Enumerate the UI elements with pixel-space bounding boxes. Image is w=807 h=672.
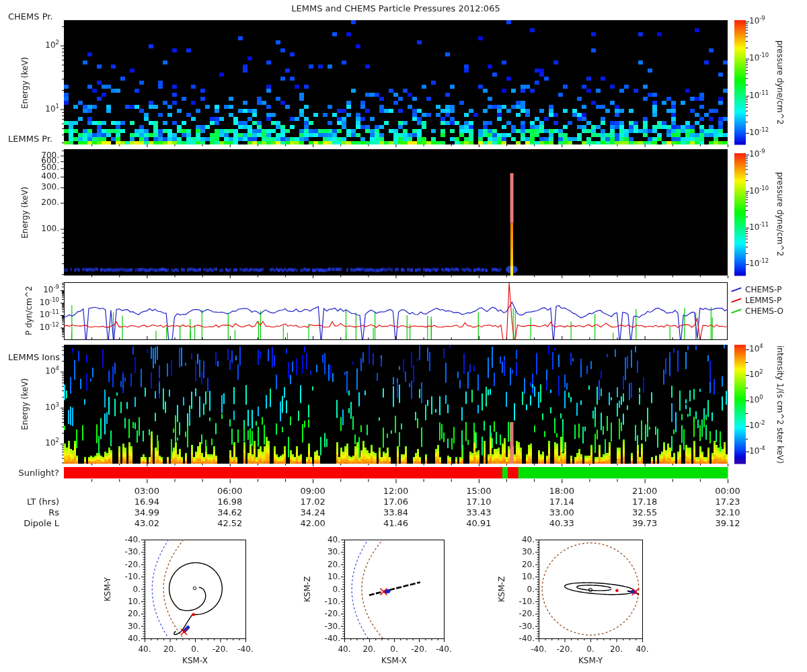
orbit-x-tick-label: 40. bbox=[331, 644, 358, 654]
colorbar-unit-ions: intensity 1/(s cm^2 ster keV) bbox=[775, 345, 785, 464]
orbit-y-tick-label: -20. bbox=[512, 609, 535, 618]
ephemeris-value: 17.18 bbox=[623, 497, 666, 507]
orbit-y-tick-label: 20. bbox=[512, 560, 535, 569]
colorbar-tick-label: 10-10 bbox=[749, 53, 769, 62]
ephemeris-value: 17.23 bbox=[706, 497, 749, 507]
orbit-y-tick-label: 0. bbox=[118, 585, 141, 594]
energy-tick-label: 104 bbox=[30, 366, 59, 376]
energy-tick-label: 103 bbox=[30, 403, 59, 412]
orbit-y-tick-label: 30. bbox=[317, 547, 340, 556]
chems-energy-axis-label: Energy (keV) bbox=[20, 48, 30, 117]
ephemeris-value: 42.00 bbox=[291, 519, 334, 528]
colorbar-tick-label: 10-10 bbox=[749, 186, 769, 196]
orbit-y-tick-label: -40. bbox=[512, 634, 535, 643]
time-tick-label: 12:00 bbox=[375, 487, 418, 496]
energy-tick-label: 100. bbox=[30, 224, 59, 233]
orbit-y-tick-label: 40. bbox=[317, 535, 340, 544]
ephemeris-value: 33.00 bbox=[540, 508, 583, 517]
orbit-y-tick-label: -10. bbox=[512, 597, 535, 606]
plot-canvas bbox=[0, 0, 807, 672]
ephemeris-value: 32.10 bbox=[706, 508, 749, 517]
orbit-y-tick-label: 20. bbox=[317, 560, 340, 569]
orbit-y-tick-label: 20. bbox=[118, 609, 141, 618]
colorbar-tick-label: 10-11 bbox=[749, 222, 769, 232]
colorbar-tick-label: 10-12 bbox=[749, 259, 769, 268]
sunlight-label: Sunlight? bbox=[5, 468, 59, 478]
energy-tick-label: 101 bbox=[30, 104, 59, 114]
orbit-x-tick-label: 0. bbox=[182, 644, 208, 654]
ephemeris-value: 43.02 bbox=[125, 519, 168, 528]
pressure-tick-label: 10-12 bbox=[30, 323, 59, 332]
ephemeris-value: 34.99 bbox=[125, 508, 168, 517]
ephemeris-value: 39.73 bbox=[623, 519, 666, 528]
pressure-tick-label: 10-9 bbox=[30, 285, 59, 294]
ephemeris-value: 34.62 bbox=[208, 508, 252, 517]
orbit-x-tick-label: 40. bbox=[629, 644, 656, 654]
orbit-x-tick-label: -20. bbox=[207, 644, 234, 654]
orbit-x-tick-label: -40. bbox=[525, 644, 552, 654]
orbit-y-tick-label: 10. bbox=[317, 572, 340, 581]
energy-tick-label: 200. bbox=[30, 198, 59, 207]
ephemeris-value: 32.55 bbox=[623, 508, 666, 517]
time-tick-label: 03:00 bbox=[125, 487, 168, 496]
colorbar-unit-chems: pressure dyne/cm^2 bbox=[775, 20, 785, 144]
ephemeris-value: 40.33 bbox=[540, 519, 583, 528]
legend-label-chems-p: CHEMS-P bbox=[745, 285, 782, 294]
ephemeris-value: 16.98 bbox=[208, 497, 252, 507]
orbit-y-tick-label: -10. bbox=[317, 597, 340, 606]
colorbar-tick-label: 10-12 bbox=[749, 128, 769, 137]
orbit-y-tick-label: -30. bbox=[118, 547, 141, 556]
orbit-y-tick-label: -10. bbox=[118, 572, 141, 581]
mimi-pressure-summary-plot: LEMMS and CHEMS Particle Pressures 2012:… bbox=[0, 0, 807, 672]
ephemeris-row-label-dipole: Dipole L bbox=[5, 519, 59, 528]
colorbar-unit-lemms: pressure dyne/cm^2 bbox=[775, 153, 785, 276]
orbit-y-tick-label: 0. bbox=[317, 585, 340, 594]
pressure-tick-label: 10-11 bbox=[30, 310, 59, 319]
ephemeris-row-label-lt: LT (hrs) bbox=[5, 497, 59, 507]
colorbar-tick-label: 100 bbox=[749, 395, 763, 405]
ephemeris-value: 17.06 bbox=[375, 497, 418, 507]
ephemeris-value: 16.94 bbox=[125, 497, 168, 507]
orbit-x-tick-label: -40. bbox=[232, 644, 259, 654]
ions-energy-axis-label: Energy (keV) bbox=[20, 370, 30, 438]
orbit-y-tick-label: -40. bbox=[118, 535, 141, 544]
orbit-y-tick-label: 30. bbox=[512, 547, 535, 556]
orbit-x-tick-label: -20. bbox=[551, 644, 578, 654]
energy-tick-label: 400. bbox=[30, 171, 59, 181]
orbit-y-tick-label: -40. bbox=[317, 634, 340, 643]
time-tick-label: 15:00 bbox=[457, 487, 500, 496]
panel-label-chems: CHEMS Pr. bbox=[8, 12, 53, 22]
orbit-x-tick-label: 20. bbox=[356, 644, 383, 654]
orbit-x-tick-label: 0. bbox=[577, 644, 604, 654]
colorbar-tick-label: 10-9 bbox=[749, 16, 765, 26]
orbit-y-tick-label: 30. bbox=[118, 622, 141, 631]
orbit2-yaxis-label: KSM-Z bbox=[303, 540, 313, 638]
orbit-y-tick-label: 10. bbox=[118, 597, 141, 606]
page-title: LEMMS and CHEMS Particle Pressures 2012:… bbox=[64, 4, 728, 13]
time-tick-label: 09:00 bbox=[291, 487, 334, 496]
colorbar-tick-label: 10-2 bbox=[749, 421, 765, 430]
panel-label-ions: LEMMS Ions bbox=[8, 353, 60, 362]
legend-label-lemms-p: LEMMS-P bbox=[745, 296, 781, 305]
orbit3-yaxis-label: KSM-Z bbox=[497, 540, 507, 638]
ephemeris-value: 39.12 bbox=[706, 519, 749, 528]
energy-tick-label: 102 bbox=[30, 438, 59, 448]
colorbar-tick-label: 10-11 bbox=[749, 91, 769, 100]
orbit-x-tick-label: 20. bbox=[157, 644, 184, 654]
orbit-x-tick-label: 20. bbox=[603, 644, 630, 654]
orbit-y-tick-label: 0. bbox=[512, 585, 535, 594]
colorbar-tick-label: 10-9 bbox=[749, 149, 765, 159]
legend-label-chems-o: CHEMS-O bbox=[745, 306, 783, 316]
orbit-x-tick-label: 0. bbox=[381, 644, 408, 654]
colorbar-tick-label: 10-4 bbox=[749, 446, 765, 456]
orbit-y-tick-label: -30. bbox=[317, 622, 340, 631]
ephemeris-value: 41.46 bbox=[375, 519, 418, 528]
colorbar-tick-label: 104 bbox=[749, 344, 763, 353]
orbit-x-tick-label: -20. bbox=[406, 644, 432, 654]
ephemeris-value: 40.91 bbox=[457, 519, 500, 528]
orbit-y-tick-label: 10. bbox=[512, 572, 535, 581]
orbit-y-tick-label: 40. bbox=[512, 535, 535, 544]
orbit-y-tick-label: -20. bbox=[118, 560, 141, 569]
colorbar-tick-label: 102 bbox=[749, 370, 763, 379]
ephemeris-value: 33.43 bbox=[457, 508, 500, 517]
